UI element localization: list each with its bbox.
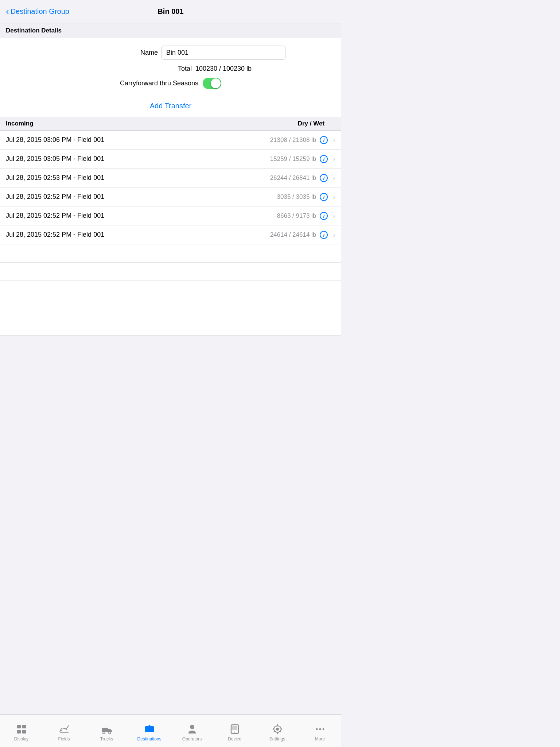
row-value: 8663 / 9173 lb bbox=[277, 212, 316, 220]
page-title: Bin 001 bbox=[158, 7, 183, 16]
total-label: Total bbox=[90, 65, 192, 73]
info-icon[interactable]: i bbox=[320, 193, 328, 201]
row-date: Jul 28, 2015 02:52 PM - Field 001 bbox=[6, 231, 270, 239]
row-right: 21308 / 21308 lb i › bbox=[270, 136, 335, 144]
table-body: Jul 28, 2015 03:06 PM - Field 001 21308 … bbox=[0, 131, 341, 244]
table-row[interactable]: Jul 28, 2015 02:52 PM - Field 001 8663 /… bbox=[0, 206, 341, 225]
chevron-right-icon: › bbox=[333, 212, 335, 220]
row-right: 26244 / 26841 lb i › bbox=[270, 174, 335, 182]
empty-row-5 bbox=[0, 317, 341, 336]
empty-row-1 bbox=[0, 244, 341, 263]
section-header: Destination Details bbox=[0, 23, 341, 38]
chevron-right-icon: › bbox=[333, 231, 335, 239]
row-value: 21308 / 21308 lb bbox=[270, 136, 316, 144]
back-chevron-icon: ‹ bbox=[6, 6, 9, 17]
row-date: Jul 28, 2015 02:52 PM - Field 001 bbox=[6, 212, 277, 220]
chevron-right-icon: › bbox=[333, 155, 335, 163]
back-label: Destination Group bbox=[11, 7, 69, 16]
row-date: Jul 28, 2015 03:06 PM - Field 001 bbox=[6, 136, 270, 144]
empty-row-4 bbox=[0, 299, 341, 317]
total-value: 100230 / 100230 lb bbox=[195, 65, 252, 73]
chevron-right-icon: › bbox=[333, 174, 335, 182]
name-input[interactable] bbox=[162, 46, 285, 60]
chevron-right-icon: › bbox=[333, 193, 335, 201]
table-row[interactable]: Jul 28, 2015 02:52 PM - Field 001 24614 … bbox=[0, 225, 341, 244]
back-button[interactable]: ‹ Destination Group bbox=[6, 6, 69, 17]
table-header: Incoming Dry / Wet bbox=[0, 117, 341, 131]
col-incoming-header: Incoming bbox=[6, 120, 298, 127]
row-right: 3035 / 3035 lb i › bbox=[277, 193, 335, 201]
carryforward-row: Carryforward thru Seasons bbox=[6, 78, 335, 89]
empty-row-3 bbox=[0, 281, 341, 299]
table-row[interactable]: Jul 28, 2015 02:52 PM - Field 001 3035 /… bbox=[0, 187, 341, 206]
col-dry-wet-header: Dry / Wet bbox=[298, 120, 324, 127]
row-date: Jul 28, 2015 02:52 PM - Field 001 bbox=[6, 193, 277, 201]
row-date: Jul 28, 2015 02:53 PM - Field 001 bbox=[6, 174, 270, 182]
carryforward-label: Carryforward thru Seasons bbox=[120, 80, 198, 87]
add-transfer-button[interactable]: Add Transfer bbox=[150, 102, 192, 110]
name-label: Name bbox=[56, 49, 158, 57]
row-right: 15259 / 15259 lb i › bbox=[270, 155, 335, 163]
info-icon[interactable]: i bbox=[320, 136, 328, 144]
carryforward-toggle[interactable] bbox=[203, 78, 221, 89]
row-value: 15259 / 15259 lb bbox=[270, 155, 316, 163]
total-row: Total 100230 / 100230 lb bbox=[6, 65, 335, 73]
table-row[interactable]: Jul 28, 2015 03:05 PM - Field 001 15259 … bbox=[0, 150, 341, 169]
chevron-right-icon: › bbox=[333, 136, 335, 144]
row-right: 8663 / 9173 lb i › bbox=[277, 212, 335, 220]
info-icon[interactable]: i bbox=[320, 212, 328, 220]
add-transfer-row: Add Transfer bbox=[0, 98, 341, 117]
info-icon[interactable]: i bbox=[320, 155, 328, 163]
empty-row-2 bbox=[0, 263, 341, 281]
form-area: Name Total 100230 / 100230 lb Carryforwa… bbox=[0, 38, 341, 98]
table-row[interactable]: Jul 28, 2015 03:06 PM - Field 001 21308 … bbox=[0, 131, 341, 150]
section-header-text: Destination Details bbox=[6, 27, 62, 34]
table-row[interactable]: Jul 28, 2015 02:53 PM - Field 001 26244 … bbox=[0, 169, 341, 187]
navigation-bar: ‹ Destination Group Bin 001 bbox=[0, 0, 341, 23]
row-value: 3035 / 3035 lb bbox=[277, 193, 316, 201]
toggle-knob bbox=[211, 78, 221, 88]
row-date: Jul 28, 2015 03:05 PM - Field 001 bbox=[6, 155, 270, 163]
info-icon[interactable]: i bbox=[320, 174, 328, 182]
info-icon[interactable]: i bbox=[320, 231, 328, 239]
row-right: 24614 / 24614 lb i › bbox=[270, 231, 335, 239]
row-value: 26244 / 26841 lb bbox=[270, 174, 316, 182]
name-row: Name bbox=[6, 46, 335, 60]
row-value: 24614 / 24614 lb bbox=[270, 231, 316, 239]
